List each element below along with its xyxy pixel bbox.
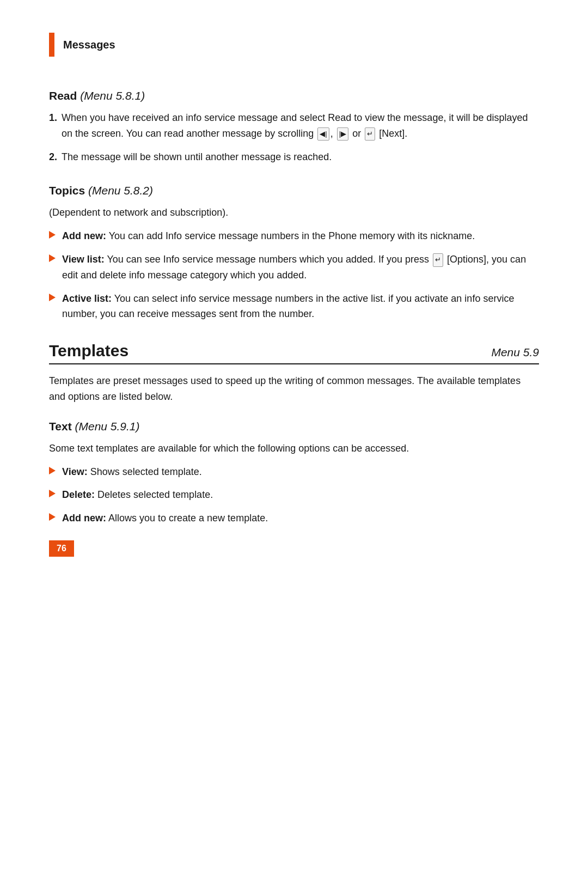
page-container: Messages Read (Menu 5.8.1) 1. When you h… bbox=[0, 0, 588, 589]
templates-menu-ref: Menu 5.9 bbox=[491, 346, 539, 359]
header-bar: Messages bbox=[49, 33, 539, 57]
read-item-2: 2. The message will be shown until anoth… bbox=[49, 149, 539, 165]
scroll-icon-right: |▶ bbox=[337, 127, 348, 141]
next-icon: ↵ bbox=[365, 127, 375, 141]
orange-accent-bar bbox=[49, 33, 54, 57]
topics-heading: Topics (Menu 5.8.2) bbox=[49, 184, 539, 197]
text-subsection: Text (Menu 5.9.1) Some text templates ar… bbox=[49, 420, 539, 526]
read-menu-ref: (Menu 5.8.1) bbox=[80, 89, 145, 102]
bullet-arrow-icon bbox=[49, 490, 56, 497]
topics-subtitle: (Dependent to network and subscription). bbox=[49, 205, 539, 221]
topics-bullet-view-list: View list: You can see Info service mess… bbox=[49, 252, 539, 283]
topics-section: Topics (Menu 5.8.2) (Dependent to networ… bbox=[49, 184, 539, 322]
text-bullet-delete: Delete: Deletes selected template. bbox=[49, 487, 539, 503]
text-menu-ref: (Menu 5.9.1) bbox=[75, 420, 139, 433]
options-icon: ↵ bbox=[433, 253, 443, 267]
topics-view-list-text: View list: You can see Info service mess… bbox=[62, 252, 539, 283]
read-section: Read (Menu 5.8.1) 1. When you have recei… bbox=[49, 89, 539, 165]
read-item-2-text: The message will be shown until another … bbox=[62, 149, 539, 165]
text-intro: Some text templates are available for wh… bbox=[49, 441, 539, 456]
templates-section: Templates Menu 5.9 Templates are preset … bbox=[49, 342, 539, 526]
topics-add-new-text: Add new: You can add Info service messag… bbox=[62, 228, 539, 244]
page-number: 76 bbox=[49, 540, 74, 557]
item-number-2: 2. bbox=[49, 149, 57, 165]
text-add-new-text: Add new: Allows you to create a new temp… bbox=[62, 510, 539, 526]
topics-bullet-active-list: Active list: You can select info service… bbox=[49, 291, 539, 322]
bullet-arrow-icon bbox=[49, 294, 56, 301]
read-item-1-text: When you have received an info service m… bbox=[62, 110, 539, 142]
text-bullet-view: View: Shows selected template. bbox=[49, 464, 539, 480]
templates-title: Templates bbox=[49, 342, 128, 360]
item-number-1: 1. bbox=[49, 110, 57, 142]
bullet-arrow-icon bbox=[49, 513, 56, 521]
templates-intro: Templates are preset messages used to sp… bbox=[49, 373, 539, 405]
bullet-arrow-icon bbox=[49, 467, 56, 474]
text-heading: Text (Menu 5.9.1) bbox=[49, 420, 539, 433]
text-bullet-add-new: Add new: Allows you to create a new temp… bbox=[49, 510, 539, 526]
read-item-1: 1. When you have received an info servic… bbox=[49, 110, 539, 142]
bullet-arrow-icon bbox=[49, 254, 56, 262]
header-title: Messages bbox=[63, 39, 115, 51]
bullet-arrow-icon bbox=[49, 231, 56, 239]
read-heading: Read (Menu 5.8.1) bbox=[49, 89, 539, 102]
templates-header: Templates Menu 5.9 bbox=[49, 342, 539, 364]
scroll-icon-left: ◀| bbox=[317, 127, 329, 141]
topics-active-list-text: Active list: You can select info service… bbox=[62, 291, 539, 322]
topics-menu-ref: (Menu 5.8.2) bbox=[88, 184, 153, 197]
text-delete-text: Delete: Deletes selected template. bbox=[62, 487, 539, 503]
text-view-text: View: Shows selected template. bbox=[62, 464, 539, 480]
topics-bullet-add-new: Add new: You can add Info service messag… bbox=[49, 228, 539, 244]
